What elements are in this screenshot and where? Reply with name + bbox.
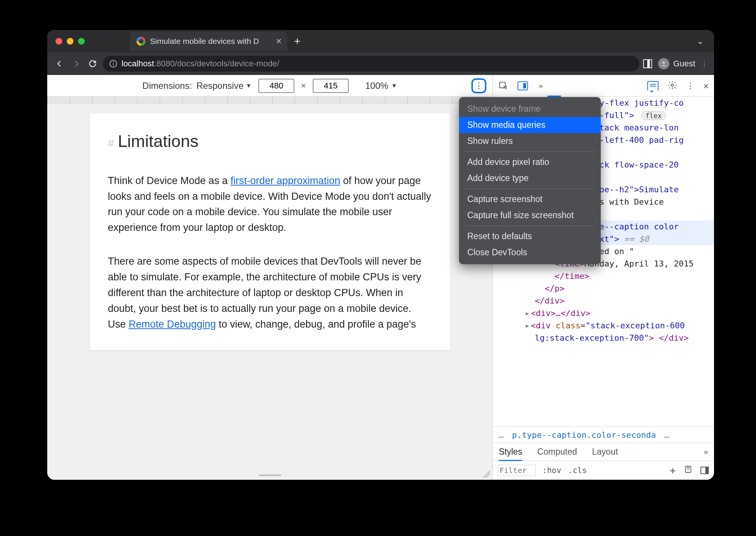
- paragraph: Think of Device Mode as a first-order ap…: [108, 173, 432, 236]
- hov-toggle[interactable]: :hov: [542, 466, 561, 475]
- flex-badge[interactable]: flex: [641, 111, 666, 120]
- forward-button[interactable]: [70, 57, 82, 70]
- profile-label: Guest: [673, 59, 695, 69]
- side-panel-icon[interactable]: [643, 59, 652, 68]
- device-mode-pane: Dimensions: Responsive ▼ × 100% ▼ ⋮ #: [47, 75, 493, 480]
- simulated-viewport: # Limitations Think of Device Mode as a …: [47, 103, 492, 480]
- device-toolbar-menu-button[interactable]: ⋮: [471, 78, 486, 93]
- rendered-page: # Limitations Think of Device Mode as a …: [90, 113, 450, 350]
- breadcrumb-selected[interactable]: p.type--caption.color-seconda: [512, 430, 656, 440]
- address-bar[interactable]: i localhost:8080/docs/devtools/device-mo…: [103, 56, 639, 72]
- window-controls: [56, 38, 85, 45]
- reload-button[interactable]: [86, 57, 99, 70]
- svg-point-2: [671, 84, 674, 86]
- resize-handle-bottom[interactable]: [259, 475, 281, 476]
- menu-separator: [464, 189, 596, 189]
- devtools-menu-button[interactable]: ⋮: [686, 81, 694, 90]
- console-messages-icon[interactable]: [647, 81, 658, 91]
- inspect-element-icon[interactable]: [498, 81, 508, 91]
- minimize-window-button[interactable]: [67, 38, 74, 45]
- browser-window: Simulate mobile devices with D ✕ + ⌄ i l…: [47, 30, 714, 480]
- tabs-dropdown-button[interactable]: ⌄: [697, 36, 704, 46]
- devtools-toolbar: » ⋮ ✕: [493, 75, 714, 97]
- hash-anchor-icon[interactable]: #: [108, 135, 114, 152]
- dimensions-mode: Responsive: [196, 81, 243, 91]
- breadcrumb-left[interactable]: …: [499, 430, 504, 440]
- menu-capture-screenshot[interactable]: Capture screenshot: [459, 191, 601, 207]
- styles-filter-row: :hov .cls +: [493, 461, 714, 480]
- dimension-separator: ×: [301, 81, 306, 91]
- menu-add-dpr[interactable]: Add device pixel ratio: [459, 154, 601, 170]
- browser-tab[interactable]: Simulate mobile devices with D ✕: [130, 31, 287, 51]
- media-query-ruler: [47, 97, 492, 103]
- remote-debugging-link[interactable]: Remote Debugging: [129, 319, 216, 330]
- elements-breadcrumb[interactable]: … p.type--caption.color-seconda …: [493, 427, 714, 443]
- site-info-icon[interactable]: i: [110, 60, 117, 67]
- back-button[interactable]: [53, 57, 66, 70]
- new-style-rule-button[interactable]: +: [670, 465, 676, 476]
- dimensions-label: Dimensions:: [142, 81, 192, 91]
- zoom-select[interactable]: 100% ▼: [365, 81, 397, 91]
- page-heading: # Limitations: [108, 128, 432, 154]
- maximize-window-button[interactable]: [78, 38, 85, 45]
- styles-filter-input[interactable]: [498, 465, 536, 476]
- svg-point-0: [663, 61, 665, 64]
- close-window-button[interactable]: [56, 38, 62, 45]
- tab-layout[interactable]: Layout: [592, 447, 618, 457]
- breadcrumb-right[interactable]: …: [664, 430, 669, 440]
- chrome-favicon-icon: [136, 37, 146, 46]
- menu-show-rulers[interactable]: Show rulers: [459, 133, 601, 149]
- profile-chip[interactable]: Guest: [658, 58, 695, 69]
- first-order-link[interactable]: first-order approximation: [231, 175, 340, 186]
- toggle-sidebar-icon[interactable]: [700, 467, 709, 474]
- url-text: localhost:8080/docs/devtools/device-mode…: [122, 59, 279, 69]
- more-tabs-icon[interactable]: »: [538, 81, 543, 90]
- menu-reset-defaults[interactable]: Reset to defaults: [459, 228, 601, 244]
- more-tabs-icon[interactable]: »: [704, 448, 708, 456]
- close-devtools-button[interactable]: ✕: [704, 81, 709, 91]
- new-tab-button[interactable]: +: [294, 35, 301, 48]
- toggle-device-toolbar-icon[interactable]: [518, 81, 528, 90]
- paragraph: There are some aspects of mobile devices…: [108, 254, 432, 332]
- height-input[interactable]: [313, 79, 349, 93]
- computed-styles-icon[interactable]: [684, 465, 692, 475]
- menu-separator: [464, 226, 596, 226]
- tab-styles[interactable]: Styles: [499, 447, 522, 461]
- menu-capture-full-screenshot[interactable]: Capture full size screenshot: [459, 207, 601, 223]
- settings-gear-icon[interactable]: [668, 80, 677, 91]
- tab-computed[interactable]: Computed: [537, 447, 577, 457]
- menu-show-device-frame[interactable]: Show device frame: [459, 101, 601, 117]
- menu-show-media-queries[interactable]: Show media queries: [459, 117, 601, 133]
- zoom-value: 100%: [365, 81, 388, 91]
- resize-handle-corner[interactable]: [482, 469, 490, 478]
- url-toolbar: i localhost:8080/docs/devtools/device-mo…: [47, 52, 714, 75]
- menu-close-devtools[interactable]: Close DevTools: [459, 244, 601, 261]
- dimensions-select[interactable]: Dimensions: Responsive ▼: [142, 81, 252, 91]
- close-tab-button[interactable]: ✕: [276, 37, 282, 46]
- device-toolbar-context-menu: Show device frame Show media queries Sho…: [459, 97, 601, 264]
- avatar-icon: [658, 58, 669, 69]
- width-input[interactable]: [258, 79, 294, 93]
- caret-down-icon: ▼: [391, 82, 397, 89]
- tab-title: Simulate mobile devices with D: [150, 37, 259, 46]
- menu-add-device-type[interactable]: Add device type: [459, 170, 601, 186]
- styles-tabs: Styles Computed Layout »: [493, 443, 714, 461]
- titlebar: Simulate mobile devices with D ✕ + ⌄: [47, 30, 714, 52]
- caret-down-icon: ▼: [246, 82, 252, 89]
- browser-menu-button[interactable]: ⋮: [701, 60, 708, 67]
- cls-toggle[interactable]: .cls: [568, 466, 587, 475]
- menu-separator: [464, 151, 596, 152]
- device-toolbar: Dimensions: Responsive ▼ × 100% ▼ ⋮: [47, 75, 492, 97]
